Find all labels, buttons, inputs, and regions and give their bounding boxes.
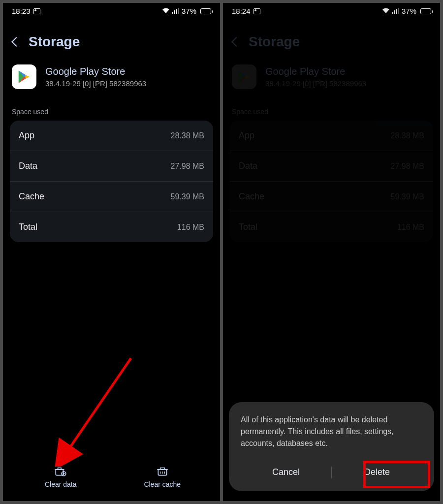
status-bar: 18:24 37%: [223, 3, 440, 18]
dialog-cancel-button[interactable]: Cancel: [241, 462, 331, 482]
back-icon[interactable]: [11, 37, 21, 47]
storage-row-total: Total 116 MB: [230, 212, 433, 242]
clear-data-button[interactable]: Clear data: [10, 466, 112, 488]
storage-row-data: Data 27.98 MB: [230, 151, 433, 182]
google-play-icon: [237, 69, 252, 84]
screenshot-icon: [253, 8, 260, 14]
row-label: Data: [239, 161, 257, 171]
google-play-icon: [17, 69, 32, 84]
battery-percent: 37%: [402, 7, 416, 15]
storage-row-data: Data 27.98 MB: [10, 151, 213, 182]
row-value: 59.39 MB: [171, 192, 204, 201]
status-bar: 18:23 37%: [3, 3, 220, 18]
page-header: Storage: [10, 18, 213, 62]
clock: 18:23: [12, 7, 31, 15]
bottom-actions: Clear data Clear cache: [10, 466, 213, 501]
storage-row-app: App 28.38 MB: [230, 121, 433, 151]
phone-right: 18:24 37% Storage: [223, 3, 440, 501]
status-indicators: 37%: [382, 7, 431, 15]
app-version: 38.4.19-29 [0] [PR] 582389963: [265, 79, 366, 88]
row-value: 116 MB: [397, 223, 424, 232]
storage-row-app: App 28.38 MB: [10, 121, 213, 151]
storage-row-total: Total 116 MB: [10, 212, 213, 242]
signal-icon: [172, 7, 179, 15]
battery-percent: 37%: [182, 7, 196, 15]
phone-left: 18:23 37% Storage: [3, 3, 220, 501]
svg-rect-3: [178, 8, 179, 14]
storage-row-cache: Cache 59.39 MB: [10, 182, 213, 212]
screenshot-icon: [33, 8, 40, 14]
clear-cache-icon: [156, 466, 169, 476]
wifi-icon: [382, 7, 390, 15]
row-value: 59.39 MB: [391, 192, 424, 201]
row-value: 27.98 MB: [171, 162, 204, 171]
row-value: 28.38 MB: [171, 131, 204, 140]
row-label: Data: [19, 161, 37, 171]
svg-rect-8: [392, 12, 393, 14]
action-label: Clear data: [45, 480, 77, 488]
section-label: Space used: [230, 103, 433, 121]
svg-rect-10: [396, 9, 397, 14]
svg-rect-11: [398, 8, 399, 14]
row-value: 27.98 MB: [391, 162, 424, 171]
row-value: 28.38 MB: [391, 131, 424, 140]
app-version: 38.4.19-29 [0] [PR] 582389963: [45, 79, 146, 88]
wifi-icon: [162, 7, 170, 15]
app-icon: [232, 64, 256, 89]
svg-rect-1: [174, 10, 175, 14]
action-label: Clear cache: [144, 480, 181, 488]
status-indicators: 37%: [162, 7, 211, 15]
app-name: Google Play Store: [265, 66, 366, 77]
dialog-delete-button[interactable]: Delete: [332, 462, 422, 482]
back-icon[interactable]: [231, 37, 241, 47]
signal-icon: [392, 7, 399, 15]
battery-icon: [420, 8, 431, 14]
storage-list: App 28.38 MB Data 27.98 MB Cache 59.39 M…: [230, 121, 433, 242]
app-name: Google Play Store: [45, 66, 146, 77]
row-label: Cache: [19, 191, 44, 202]
page-title: Storage: [29, 34, 80, 50]
app-icon: [12, 64, 36, 89]
svg-rect-0: [172, 12, 173, 14]
svg-rect-9: [394, 10, 395, 14]
row-label: App: [19, 130, 34, 141]
dialog-message: All of this application's data will be d…: [241, 414, 422, 449]
row-value: 116 MB: [177, 223, 204, 232]
battery-icon: [200, 8, 211, 14]
page-title: Storage: [249, 34, 300, 50]
confirm-dialog: All of this application's data will be d…: [229, 402, 434, 491]
row-label: Total: [239, 222, 257, 232]
app-info-row: Google Play Store 38.4.19-29 [0] [PR] 58…: [10, 62, 213, 103]
clear-data-icon: [54, 466, 67, 476]
app-info-row: Google Play Store 38.4.19-29 [0] [PR] 58…: [230, 62, 433, 103]
row-label: Total: [19, 222, 37, 232]
storage-list: App 28.38 MB Data 27.98 MB Cache 59.39 M…: [10, 121, 213, 242]
row-label: Cache: [239, 191, 264, 202]
svg-rect-2: [176, 9, 177, 14]
row-label: App: [239, 130, 254, 141]
section-label: Space used: [10, 103, 213, 121]
page-header: Storage: [230, 18, 433, 62]
clear-cache-button[interactable]: Clear cache: [112, 466, 214, 488]
clock: 18:24: [232, 7, 251, 15]
storage-row-cache: Cache 59.39 MB: [230, 182, 433, 212]
